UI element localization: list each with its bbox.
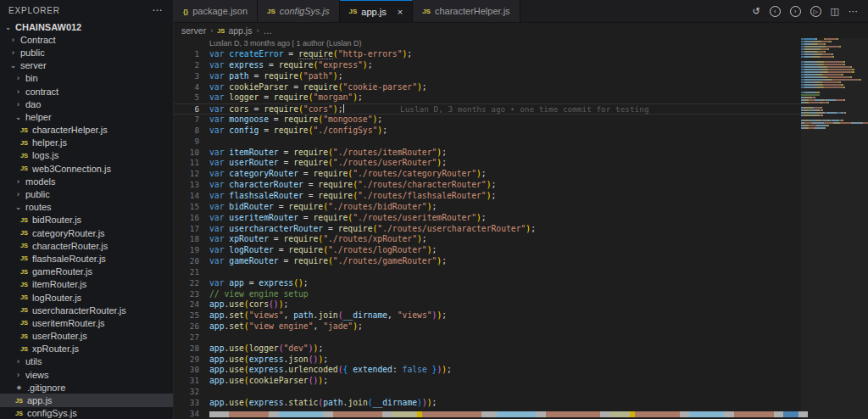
line-number[interactable]: 27 [174, 332, 199, 344]
line-number[interactable]: 26 [174, 321, 199, 332]
tree-item-itemrouter-js[interactable]: JSitemRouter.js [0, 278, 173, 291]
breadcrumb-item-app-js[interactable]: JSapp.js [217, 25, 252, 36]
line-number[interactable]: 28 [174, 344, 199, 355]
tab-configsys-js[interactable]: JSconfigSys.js [258, 0, 340, 22]
line-number[interactable]: 18 [174, 234, 199, 245]
close-tab-icon[interactable]: × [398, 7, 403, 17]
tree-item-public[interactable]: ›public [0, 187, 173, 200]
line-number[interactable]: 16 [174, 213, 199, 224]
line-number[interactable]: 1 [174, 49, 199, 60]
tree-item-utils[interactable]: ›utils [0, 355, 173, 368]
tree-item-server[interactable]: ⌄server [0, 59, 173, 72]
line-number[interactable]: 7 [174, 115, 199, 126]
code-line-10[interactable]: 10var itemRouter = require("./routes/ite… [174, 148, 801, 159]
line-number[interactable]: 10 [174, 148, 199, 159]
line-number[interactable]: 8 [174, 126, 199, 137]
line-number[interactable]: 31 [174, 376, 199, 387]
tree-item-helper[interactable]: ⌄helper [0, 110, 173, 123]
code-editor[interactable]: Luslan D, 3 months ago | 1 author (Lusla… [174, 38, 868, 419]
tree-item-routes[interactable]: ⌄routes [0, 201, 173, 214]
breadcrumb-item--[interactable]: … [263, 25, 272, 36]
tree-item-app-js[interactable]: JSapp.js [0, 394, 173, 406]
code-line-11[interactable]: 11var userRouter = require("./routes/use… [174, 158, 801, 169]
tree-item-views[interactable]: ›views [0, 368, 173, 381]
code-line-23[interactable]: 23// view engine setup [174, 289, 801, 300]
line-number[interactable]: 17 [174, 224, 199, 235]
tree-item-helper-js[interactable]: JShelper.js [0, 137, 173, 149]
code-line-20[interactable]: 20var gameRouter = require("./routes/gam… [174, 256, 801, 267]
previous-change-icon[interactable]: ‹ [770, 6, 781, 17]
tree-item-chainsaw012[interactable]: ⌄CHAINSAW012 [0, 20, 173, 33]
line-number[interactable]: 13 [174, 180, 199, 191]
line-number[interactable]: 4 [174, 82, 199, 93]
tree-item-flashsalerouter-js[interactable]: JSflashsaleRouter.js [0, 252, 173, 265]
tree-item-useritemrouter-js[interactable]: JSuseritemRouter.js [0, 316, 173, 329]
code-line-9[interactable]: 9 [174, 137, 801, 148]
code-line-6[interactable]: 6var cors = require("cors");Luslan D, 3 … [174, 103, 801, 115]
code-line-32[interactable]: 32 [174, 387, 801, 398]
line-number[interactable]: 33 [174, 398, 199, 409]
code-line-17[interactable]: 17var usercharacterRouter = require("./r… [174, 224, 801, 235]
tree-item-userrouter-js[interactable]: JSuserRouter.js [0, 330, 173, 343]
tree-item-characterhelper-js[interactable]: JScharacterHelper.js [0, 124, 173, 137]
tree-item-configsys-js[interactable]: JSconfigSys.js [0, 407, 173, 419]
tree-item-contract[interactable]: ›contract [0, 85, 173, 98]
tree-item--gitignore[interactable]: ◆.gitignore [0, 381, 173, 394]
next-change-icon[interactable]: › [790, 6, 801, 17]
tab-package-json[interactable]: {}package.json [174, 0, 258, 22]
line-number[interactable]: 19 [174, 245, 199, 256]
line-number[interactable]: 21 [174, 267, 199, 278]
line-number[interactable]: 6 [174, 104, 199, 114]
code-line-28[interactable]: 28app.use(logger("dev")); [174, 344, 801, 355]
tree-item-logs-js[interactable]: JSlogs.js [0, 149, 173, 162]
code-line-33[interactable]: 33app.use(express.static(path.join(__dir… [174, 398, 801, 409]
tree-item-logrouter-js[interactable]: JSlogRouter.js [0, 291, 173, 304]
line-number[interactable]: 22 [174, 278, 199, 289]
code-line-12[interactable]: 12var categoryRouter = require("./routes… [174, 169, 801, 180]
code-line-22[interactable]: 22var app = express(); [174, 278, 801, 289]
code-line-18[interactable]: 18var xpRouter = require("./routes/xpRou… [174, 234, 801, 245]
minimap[interactable] [801, 38, 868, 419]
more-actions-icon[interactable]: ⋯ [849, 7, 858, 16]
open-changes-icon[interactable]: ↺ [752, 7, 760, 16]
gitlens-authors-codelens[interactable]: Luslan D, 3 months ago | 1 author (Lusla… [174, 38, 868, 49]
code-line-24[interactable]: 24app.use(cors()); [174, 299, 801, 310]
code-line-34[interactable]: 34 [174, 409, 801, 419]
code-line-4[interactable]: 4var cookieParser = require("cookie-pars… [174, 82, 801, 93]
code-line-5[interactable]: 5var logger = require("morgan"); [174, 92, 801, 103]
line-number[interactable]: 25 [174, 310, 199, 321]
code-line-31[interactable]: 31app.use(cookieParser()); [174, 376, 801, 387]
code-line-29[interactable]: 29app.use(express.json()); [174, 355, 801, 366]
code-line-1[interactable]: 1var createError = require("http-errors"… [174, 49, 801, 60]
code-line-3[interactable]: 3var path = require("path"); [174, 71, 801, 82]
tree-item-public[interactable]: ›public [0, 46, 173, 59]
tree-item-contract[interactable]: ›Contract [0, 33, 173, 46]
line-number[interactable]: 32 [174, 387, 199, 398]
line-number[interactable]: 23 [174, 289, 199, 300]
tree-item-models[interactable]: ›models [0, 175, 173, 187]
line-number[interactable]: 14 [174, 191, 199, 202]
tab-app-js[interactable]: JSapp.js× [340, 0, 414, 22]
line-number[interactable]: 20 [174, 256, 199, 267]
line-number[interactable]: 15 [174, 202, 199, 213]
tree-item-dao[interactable]: ›dao [0, 98, 173, 110]
run-file-icon[interactable]: ▷ [810, 6, 821, 17]
line-number[interactable]: 11 [174, 158, 199, 169]
line-number[interactable]: 30 [174, 365, 199, 376]
line-number[interactable]: 12 [174, 169, 199, 180]
line-number[interactable]: 2 [174, 60, 199, 71]
code-line-14[interactable]: 14var flashsaleRouter = require("./route… [174, 191, 801, 202]
line-number[interactable]: 9 [174, 137, 199, 148]
breadcrumb-item-server[interactable]: server [181, 25, 206, 36]
tab-characterhelper-js[interactable]: JScharacterHelper.js [413, 0, 520, 22]
code-line-19[interactable]: 19var logRouter = require("./routes/logR… [174, 245, 801, 256]
tree-item-gamerouter-js[interactable]: JSgameRouter.js [0, 265, 173, 278]
code-line-7[interactable]: 7var mongoose = require("mongoose"); [174, 115, 801, 126]
tree-item-bin[interactable]: ›bin [0, 72, 173, 85]
code-line-8[interactable]: 8var config = require("./configSys"); [174, 126, 801, 137]
code-line-25[interactable]: 25app.set("views", path.join(__dirname, … [174, 310, 801, 321]
tree-item-bidrouter-js[interactable]: JSbidRouter.js [0, 214, 173, 226]
tree-item-usercharacterrouter-js[interactable]: JSusercharacterRouter.js [0, 304, 173, 316]
line-number[interactable]: 5 [174, 92, 199, 103]
code-line-15[interactable]: 15var bidRouter = require("./routes/bidR… [174, 202, 801, 213]
